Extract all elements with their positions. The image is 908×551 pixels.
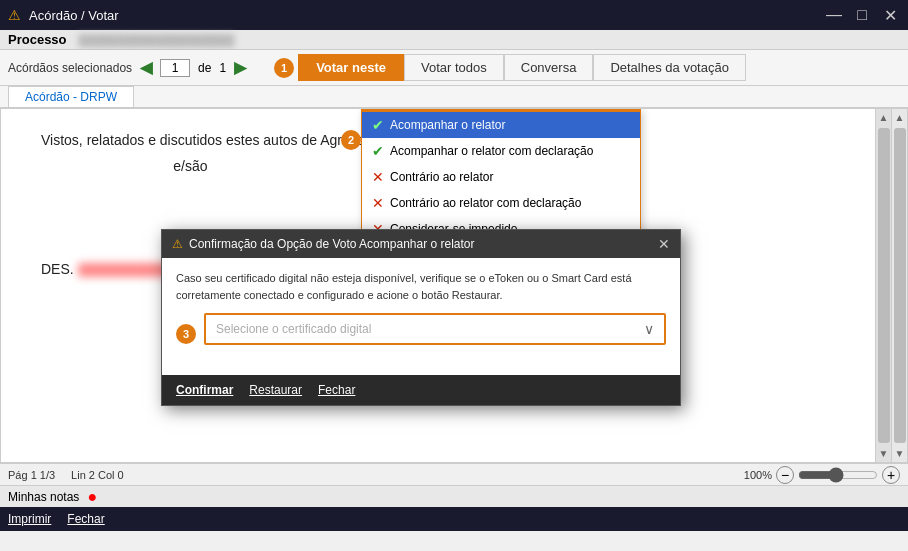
- dropdown-item-contrario[interactable]: ✕ Contrário ao relator: [362, 164, 640, 190]
- x-icon-2: ✕: [372, 195, 384, 211]
- modal-close-button[interactable]: ✕: [658, 236, 670, 252]
- modal-body: Caso seu certificado digital não esteja …: [162, 258, 680, 375]
- status-lin: Lin 2 Col 0: [71, 469, 124, 481]
- zoom-out-button[interactable]: −: [776, 466, 794, 484]
- bottom-bar: Imprimir Fechar: [0, 507, 908, 531]
- notes-bar: Minhas notas ●: [0, 485, 908, 507]
- modal-titlebar: ⚠ Confirmação da Opção de Voto Acompanha…: [162, 230, 680, 258]
- acordaos-label: Acórdãos selecionados: [8, 61, 132, 75]
- restaurar-button[interactable]: Restaurar: [249, 383, 302, 397]
- maximize-button[interactable]: □: [852, 6, 872, 25]
- dropdown-item-acompanhar[interactable]: ✔ Acompanhar o relator: [362, 112, 640, 138]
- x-icon-1: ✕: [372, 169, 384, 185]
- scroll2-thumb[interactable]: [878, 128, 890, 443]
- window-controls: — □ ✕: [824, 6, 900, 25]
- app-icon: ⚠: [8, 7, 21, 23]
- modal-description: Caso seu certificado digital não esteja …: [176, 270, 666, 303]
- scroll-up-arrow[interactable]: ▲: [895, 109, 905, 126]
- prev-page-button[interactable]: ◀: [140, 58, 152, 77]
- tab-bar: Acórdão - DRPW: [0, 86, 908, 108]
- zoom-in-button[interactable]: +: [882, 466, 900, 484]
- toolbar: Acórdãos selecionados ◀ de 1 ▶ 1 Votar n…: [0, 50, 908, 86]
- badge-3: 3: [176, 324, 196, 344]
- page-total: 1: [219, 61, 226, 75]
- dropdown-item-label-2: Acompanhar o relator com declaração: [390, 144, 593, 158]
- notes-dot-icon: ●: [87, 489, 97, 505]
- action-buttons: 1 Votar neste Votar todos Conversa Detal…: [274, 54, 746, 81]
- minimize-button[interactable]: —: [824, 6, 844, 25]
- main-content: Vistos, relatados e discutidos estes aut…: [0, 108, 908, 463]
- status-bar: Pág 1 1/3 Lin 2 Col 0 100% − +: [0, 463, 908, 485]
- scroll2-down[interactable]: ▼: [879, 445, 889, 462]
- dropdown-item-contrario-declaracao[interactable]: ✕ Contrário ao relator com declaração: [362, 190, 640, 216]
- status-pag: Pág 1 1/3: [8, 469, 55, 481]
- secondary-scrollbar[interactable]: ▲ ▼: [875, 109, 891, 462]
- dropdown-item-label-3: Contrário ao relator: [390, 170, 493, 184]
- modal-footer: Confirmar Restaurar Fechar: [162, 375, 680, 405]
- badge-2: 2: [341, 130, 361, 150]
- scroll-thumb[interactable]: [894, 128, 906, 443]
- notes-label: Minhas notas: [8, 490, 79, 504]
- close-button[interactable]: ✕: [880, 6, 900, 25]
- votar-todos-button[interactable]: Votar todos: [404, 54, 504, 81]
- zoom-area: 100% − +: [744, 466, 900, 484]
- modal-select-row: 3 Selecione o certificado digital ∨: [176, 313, 666, 355]
- modal-title: Confirmação da Opção de Voto Acompanhar …: [189, 237, 475, 251]
- confirmar-button[interactable]: Confirmar: [176, 383, 233, 397]
- select-arrow-icon: ∨: [644, 321, 654, 337]
- imprimir-button[interactable]: Imprimir: [8, 512, 51, 526]
- title-bar: ⚠ Acórdão / Votar — □ ✕: [0, 0, 908, 30]
- fechar-modal-button[interactable]: Fechar: [318, 383, 355, 397]
- check-icon-1: ✔: [372, 143, 384, 159]
- modal-dialog: ⚠ Confirmação da Opção de Voto Acompanha…: [161, 229, 681, 406]
- scroll2-up[interactable]: ▲: [879, 109, 889, 126]
- page-input[interactable]: [160, 59, 190, 77]
- check-icon-selected: ✔: [372, 117, 384, 133]
- dropdown-item-label-4: Contrário ao relator com declaração: [390, 196, 581, 210]
- conversa-button[interactable]: Conversa: [504, 54, 594, 81]
- votar-neste-button[interactable]: Votar neste: [298, 54, 404, 81]
- zoom-slider[interactable]: [798, 467, 878, 483]
- next-page-button[interactable]: ▶: [234, 58, 246, 77]
- badge-1: 1: [274, 58, 294, 78]
- processo-number: ████████████████████: [79, 34, 235, 46]
- window-title: Acórdão / Votar: [29, 8, 119, 23]
- tab-acordao-drpw[interactable]: Acórdão - DRPW: [8, 86, 134, 107]
- menu-processo[interactable]: Processo: [8, 32, 67, 47]
- menu-bar: Processo ████████████████████: [0, 30, 908, 50]
- vote-dropdown-menu: ✔ Acompanhar o relator ✔ Acompanhar o re…: [361, 109, 641, 243]
- dropdown-item-label-1: Acompanhar o relator: [390, 118, 505, 132]
- vertical-scrollbar[interactable]: ▲ ▼: [891, 109, 907, 462]
- dropdown-item-acompanhar-declaracao[interactable]: ✔ Acompanhar o relator com declaração: [362, 138, 640, 164]
- modal-warning-icon: ⚠: [172, 237, 183, 251]
- certificate-select-placeholder: Selecione o certificado digital: [216, 322, 644, 336]
- certificate-select-wrapper[interactable]: Selecione o certificado digital ∨: [204, 313, 666, 345]
- detalhes-button[interactable]: Detalhes da votação: [593, 54, 746, 81]
- fechar-button[interactable]: Fechar: [67, 512, 104, 526]
- zoom-percent: 100%: [744, 469, 772, 481]
- de-label: de: [198, 61, 211, 75]
- scroll-down-arrow[interactable]: ▼: [895, 445, 905, 462]
